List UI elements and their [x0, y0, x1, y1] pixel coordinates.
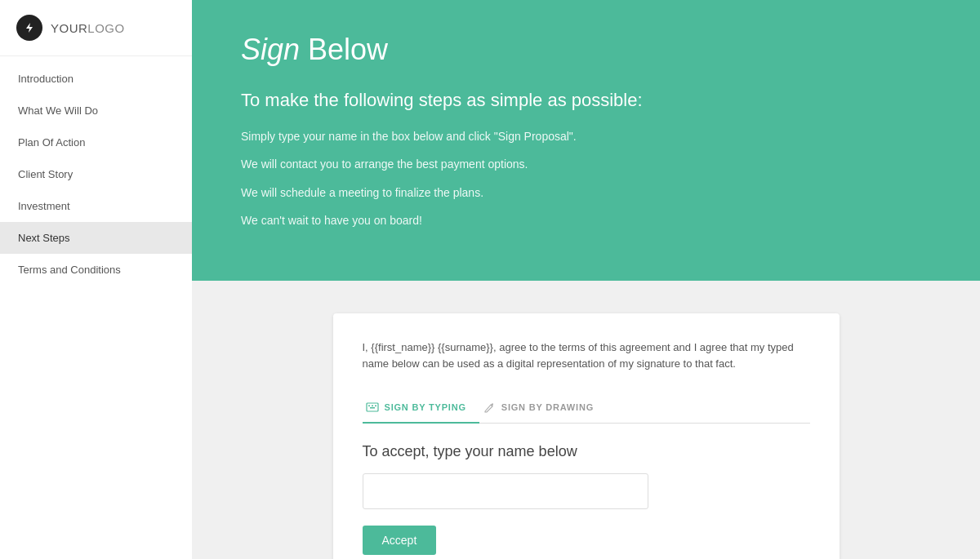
keyboard-icon — [366, 401, 379, 414]
sidebar-item-terms-and-conditions[interactable]: Terms and Conditions — [0, 254, 192, 286]
svg-rect-2 — [368, 406, 370, 407]
sidebar-item-next-steps[interactable]: Next Steps — [0, 222, 192, 254]
hero-section: Sign Below To make the following steps a… — [192, 0, 980, 281]
hero-step: We can't wait to have you on board! — [241, 211, 931, 229]
hero-step: We will contact you to arrange the best … — [241, 155, 931, 173]
main-content: Sign Below To make the following steps a… — [192, 0, 980, 559]
logo-bold: YOUR — [51, 21, 87, 35]
tab-sign-by-drawing[interactable]: SIGN BY DRAWING — [479, 393, 607, 424]
hero-step: Simply type your name in the box below a… — [241, 127, 931, 145]
sidebar-nav: IntroductionWhat We Will DoPlan Of Actio… — [0, 56, 192, 292]
hero-step: We will schedule a meeting to finalize t… — [241, 184, 931, 202]
svg-rect-5 — [370, 407, 375, 409]
hero-steps: Simply type your name in the box below a… — [241, 127, 931, 230]
logo-light: LOGO — [87, 21, 124, 35]
content-section: I, {{first_name}} {{surname}}, agree to … — [192, 281, 980, 559]
logo-icon — [16, 15, 42, 41]
sign-card: I, {{first_name}} {{surname}}, agree to … — [333, 313, 840, 559]
sidebar-item-investment[interactable]: Investment — [0, 190, 192, 222]
logo-text: YOURLOGO — [51, 21, 125, 35]
accept-button[interactable]: Accept — [363, 526, 437, 555]
sidebar: YOURLOGO IntroductionWhat We Will DoPlan… — [0, 0, 192, 559]
tab-sign-by-typing[interactable]: SIGN BY TYPING — [363, 393, 479, 424]
sidebar-item-what-we-will-do[interactable]: What We Will Do — [0, 95, 192, 126]
hero-title-italic: Sign — [241, 33, 300, 66]
svg-rect-3 — [372, 406, 373, 407]
sidebar-item-introduction[interactable]: Introduction — [0, 63, 192, 95]
logo-area: YOURLOGO — [0, 0, 192, 56]
hero-title: Sign Below — [241, 33, 931, 67]
sidebar-item-client-story[interactable]: Client Story — [0, 158, 192, 190]
svg-marker-0 — [26, 23, 33, 33]
input-label: To accept, type your name below — [363, 443, 810, 460]
tab-label: SIGN BY TYPING — [385, 402, 466, 412]
name-input[interactable] — [363, 473, 648, 509]
tabs-container: SIGN BY TYPING SIGN BY DRAWING — [363, 393, 810, 424]
hero-title-rest: Below — [300, 33, 388, 66]
svg-rect-4 — [375, 406, 376, 407]
sidebar-item-plan-of-action[interactable]: Plan Of Action — [0, 126, 192, 158]
pen-icon — [483, 401, 496, 414]
agreement-text: I, {{first_name}} {{surname}}, agree to … — [363, 339, 810, 374]
hero-subtitle: To make the following steps as simple as… — [241, 90, 931, 111]
tab-label: SIGN BY DRAWING — [501, 402, 594, 412]
